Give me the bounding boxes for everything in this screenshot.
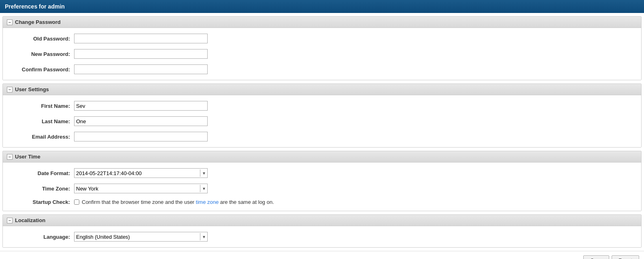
language-row: Language: English (United States) ▼ [9, 232, 635, 242]
last-name-row: Last Name: [9, 116, 635, 126]
time-zone-link[interactable]: time zone [196, 199, 219, 205]
old-password-row: Old Password: [9, 34, 635, 43]
startup-check-content: Confirm that the browser time zone and t… [74, 199, 274, 205]
section-header-localization: − Localization [3, 215, 641, 226]
time-zone-select[interactable]: New York [74, 184, 208, 193]
section-header-user-time: − User Time [3, 151, 641, 163]
old-password-input[interactable] [74, 34, 208, 43]
section-title-change-password: Change Password [15, 19, 61, 25]
collapse-icon-localization[interactable]: − [7, 218, 13, 223]
reset-button[interactable]: Reset [612, 255, 639, 259]
new-password-row: New Password: [9, 49, 635, 59]
save-button[interactable]: Save [583, 255, 609, 259]
email-address-row: Email Address: [9, 132, 635, 141]
confirm-password-input[interactable] [74, 64, 208, 74]
page-title: Preferences for admin [5, 3, 65, 10]
last-name-input[interactable] [74, 116, 208, 126]
old-password-label: Old Password: [9, 36, 74, 42]
title-bar: Preferences for admin [0, 0, 644, 13]
new-password-input[interactable] [74, 49, 208, 59]
section-localization: − Localization Language: English (United… [2, 214, 642, 248]
section-body-localization: Language: English (United States) ▼ [3, 226, 641, 247]
last-name-label: Last Name: [9, 118, 74, 124]
collapse-icon-user-time[interactable]: − [7, 154, 13, 160]
startup-check-text-before: Confirm that the browser time zone and t… [82, 199, 274, 205]
section-body-change-password: Old Password: New Password: Confirm Pass… [3, 28, 641, 80]
email-address-label: Email Address: [9, 134, 74, 140]
section-title-user-time: User Time [15, 154, 40, 160]
collapse-icon-user-settings[interactable]: − [7, 87, 13, 92]
language-select-wrapper: English (United States) ▼ [74, 232, 208, 242]
language-label: Language: [9, 234, 74, 240]
first-name-row: First Name: [9, 101, 635, 111]
new-password-label: New Password: [9, 51, 74, 57]
footer-bar: Save Reset [0, 251, 644, 259]
time-zone-label: Time Zone: [9, 186, 74, 192]
time-zone-select-wrapper: New York ▼ [74, 184, 208, 193]
date-format-row: Date Format: 2014-05-22T14:17:40-04:00 ▼ [9, 168, 635, 178]
collapse-icon-change-password[interactable]: − [7, 19, 13, 25]
confirm-password-label: Confirm Password: [9, 66, 74, 73]
section-body-user-time: Date Format: 2014-05-22T14:17:40-04:00 ▼… [3, 163, 641, 211]
confirm-password-row: Confirm Password: [9, 64, 635, 74]
section-title-localization: Localization [15, 217, 45, 223]
section-body-user-settings: First Name: Last Name: Email Address: [3, 95, 641, 147]
date-format-label: Date Format: [9, 170, 74, 176]
first-name-input[interactable] [74, 101, 208, 111]
startup-check-checkbox[interactable] [74, 199, 79, 205]
email-address-input[interactable] [74, 132, 208, 141]
startup-check-row: Startup Check: Confirm that the browser … [9, 199, 635, 205]
section-header-user-settings: − User Settings [3, 84, 641, 95]
date-format-select-wrapper: 2014-05-22T14:17:40-04:00 ▼ [74, 168, 208, 178]
language-select[interactable]: English (United States) [74, 232, 208, 242]
date-format-select[interactable]: 2014-05-22T14:17:40-04:00 [74, 168, 208, 178]
startup-check-label: Startup Check: [9, 199, 74, 205]
section-title-user-settings: User Settings [15, 86, 49, 92]
section-change-password: − Change Password Old Password: New Pass… [2, 16, 642, 80]
section-header-change-password: − Change Password [3, 17, 641, 28]
time-zone-row: Time Zone: New York ▼ [9, 184, 635, 193]
first-name-label: First Name: [9, 103, 74, 109]
section-user-time: − User Time Date Format: 2014-05-22T14:1… [2, 151, 642, 211]
section-user-settings: − User Settings First Name: Last Name: E… [2, 83, 642, 148]
